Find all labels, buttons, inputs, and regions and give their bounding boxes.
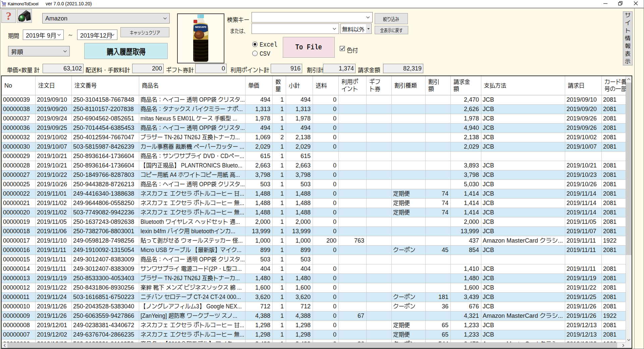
svg-text:NESCAFE: NESCAFE (195, 26, 206, 29)
